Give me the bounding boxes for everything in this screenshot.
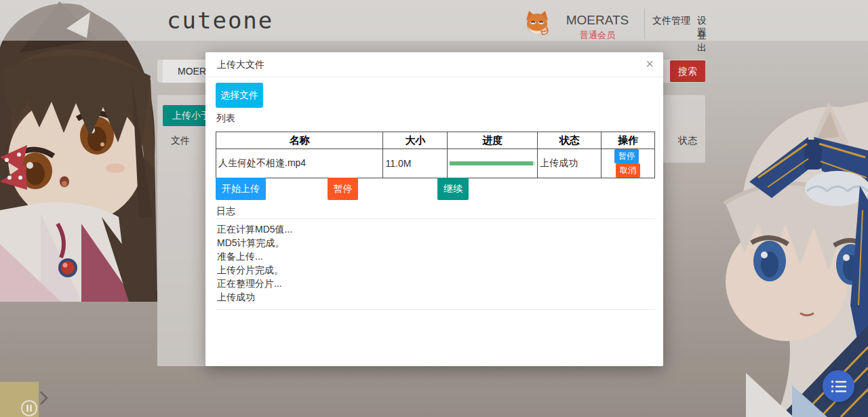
header-operation: 操作 xyxy=(601,132,655,149)
file-size-cell: 11.0M xyxy=(383,149,448,178)
log-line: MD5计算完成。 xyxy=(217,236,654,250)
log-line: 上传分片完成。 xyxy=(217,263,654,277)
choose-file-button[interactable]: 选择文件 xyxy=(216,83,263,108)
log-line: 正在整理分片... xyxy=(217,277,654,290)
header-progress: 进度 xyxy=(448,132,538,149)
upload-queue-table: 名称 大小 进度 状态 操作 人生何处不相逢.mp4 11.0M 上传成功 暂停… xyxy=(216,132,655,178)
row-cancel-button[interactable]: 取消 xyxy=(616,163,640,178)
resume-upload-button[interactable]: 继续 xyxy=(437,178,469,200)
operation-cell: 暂停取消 xyxy=(601,149,655,178)
log-line: 正在计算MD5值... xyxy=(217,222,654,236)
file-name-cell: 人生何处不相逢.mp4 xyxy=(216,149,383,178)
header-size: 大小 xyxy=(383,132,448,149)
list-label: 列表 xyxy=(216,113,235,125)
progress-cell xyxy=(448,149,538,178)
progress-bar xyxy=(450,161,535,165)
log-box: 正在计算MD5值... MD5计算完成。 准备上传... 上传分片完成。 正在整… xyxy=(216,218,655,310)
start-upload-button[interactable]: 开始上传 xyxy=(216,178,266,200)
page: cuteone MOERATS 普通会员 文件管理 设置 登出 MOERA 搜索 xyxy=(0,0,868,417)
log-line: 准备上传... xyxy=(217,250,654,263)
header-name: 名称 xyxy=(216,132,383,149)
log-line: 上传成功 xyxy=(217,290,654,304)
table-row: 人生何处不相逢.mp4 11.0M 上传成功 暂停取消 xyxy=(216,149,655,178)
upload-large-file-modal: 上传大文件 × 选择文件 列表 名称 大小 进度 状态 操作 人生何处不相逢.m… xyxy=(205,52,663,366)
table-header-row: 名称 大小 进度 状态 操作 xyxy=(216,132,655,149)
pause-upload-button[interactable]: 暂停 xyxy=(328,178,358,200)
modal-header: 上传大文件 × xyxy=(205,52,663,77)
progress-fill xyxy=(450,161,532,165)
log-label: 日志 xyxy=(216,205,235,218)
row-pause-button[interactable]: 暂停 xyxy=(614,149,639,163)
header-status: 状态 xyxy=(538,132,601,149)
close-icon[interactable]: × xyxy=(646,56,654,72)
status-cell: 上传成功 xyxy=(538,149,601,178)
modal-title: 上传大文件 xyxy=(217,59,264,71)
